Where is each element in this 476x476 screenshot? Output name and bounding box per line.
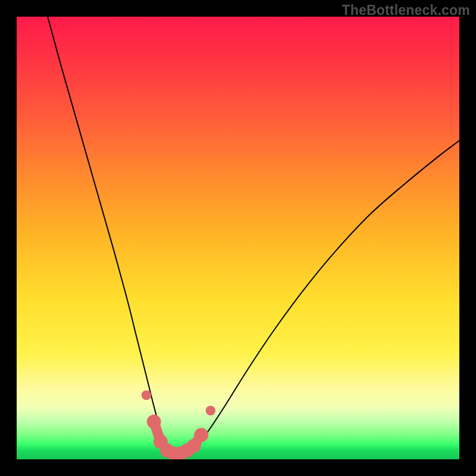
chart-frame: TheBottleneck.com xyxy=(0,0,476,476)
bottleneck-curve xyxy=(48,17,459,455)
plot-area xyxy=(17,17,459,459)
curve-layer xyxy=(17,17,459,459)
floor-marker-dot xyxy=(147,415,161,429)
watermark-text: TheBottleneck.com xyxy=(342,2,470,18)
floor-marker-dot xyxy=(194,428,208,442)
floor-marker-dot xyxy=(206,406,215,415)
floor-marker-dot xyxy=(142,390,151,400)
